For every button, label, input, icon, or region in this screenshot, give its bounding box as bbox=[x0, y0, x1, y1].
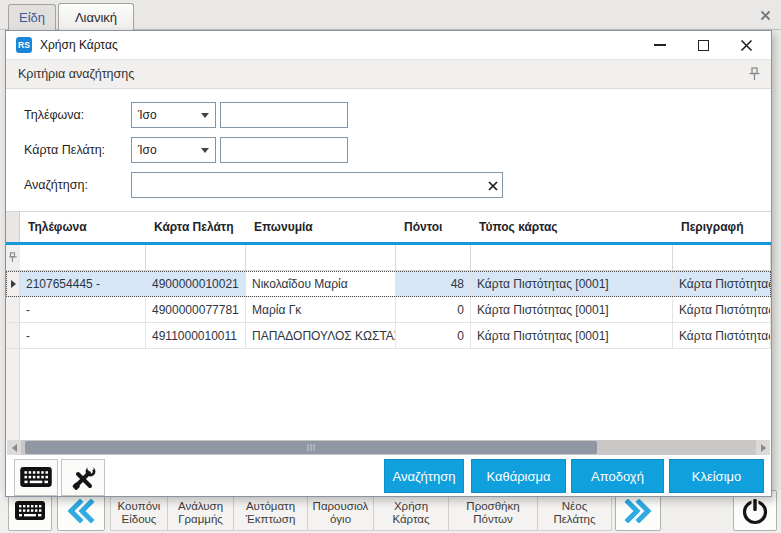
filter-cell-name[interactable] bbox=[246, 245, 396, 271]
scrollbar-grip bbox=[308, 444, 315, 451]
criteria-panel-header: Κριτήρια αναζήτησης bbox=[6, 59, 771, 89]
toolbar-item-label: Ανάλυση bbox=[178, 500, 223, 513]
dialog-keyboard-button[interactable] bbox=[14, 459, 58, 496]
chevron-down-icon bbox=[201, 113, 209, 118]
phones-operator-select[interactable]: Ίσο bbox=[131, 102, 216, 128]
grid-header-row: Τηλέφωνα Κάρτα Πελάτη Επωνυμία Πόντοι Τύ… bbox=[20, 212, 771, 242]
phones-label: Τηλέφωνα: bbox=[24, 102, 84, 128]
table-row[interactable]: 2107654445 - 4900000010021 Νικολαΐδου Μα… bbox=[6, 271, 771, 297]
triangle-left-icon bbox=[12, 444, 17, 452]
triangle-right-icon bbox=[761, 444, 766, 452]
toolbar-item-label: Πελάτης bbox=[553, 513, 595, 526]
filter-cell-customer-card[interactable] bbox=[146, 245, 246, 271]
table-row[interactable]: - 4900000077781 Μαρία Γκ 0 Κάρτα Πιστότη… bbox=[6, 297, 771, 323]
toolbar-item-label: Είδους bbox=[122, 513, 157, 526]
cell-points[interactable]: 0 bbox=[396, 297, 471, 323]
phones-input[interactable] bbox=[220, 102, 348, 128]
cell-customer-card[interactable]: 4900000077781 bbox=[146, 297, 246, 323]
tab-label: Λιανική bbox=[75, 10, 117, 25]
results-grid: Τηλέφωνα Κάρτα Πελάτη Επωνυμία Πόντοι Τύ… bbox=[6, 211, 771, 439]
top-tab-strip: Είδη Λιανική bbox=[0, 0, 781, 30]
cell-customer-card[interactable]: 4911000010011 bbox=[146, 323, 246, 349]
minimize-button[interactable] bbox=[643, 34, 677, 56]
filter-cell-card-type[interactable] bbox=[471, 245, 673, 271]
double-chevron-right-icon bbox=[623, 499, 653, 523]
cell-name[interactable]: ΠΑΠΑΔΟΠΟΥΛΟΣ ΚΩΣΤΑΣ bbox=[246, 323, 396, 349]
toolbar-item-label: Γραμμής bbox=[178, 513, 223, 526]
double-chevron-left-icon bbox=[66, 499, 96, 523]
cell-description[interactable]: Κάρτα Πιστότητας bbox=[673, 297, 771, 323]
power-icon bbox=[740, 496, 770, 526]
maximize-icon bbox=[698, 40, 709, 51]
application-window: Είδη Λιανική Κουπόνι Είδους Ανάλυση Γραμ… bbox=[0, 0, 781, 533]
column-header-phones[interactable]: Τηλέφωνα bbox=[20, 212, 146, 242]
horizontal-scrollbar[interactable] bbox=[7, 440, 770, 455]
cell-name[interactable]: Νικολαΐδου Μαρία bbox=[246, 271, 396, 297]
toolbar-item-label: όγιο bbox=[330, 513, 351, 526]
cell-phones[interactable]: - bbox=[20, 323, 146, 349]
column-header-card-type[interactable]: Τύπος κάρτας bbox=[471, 212, 673, 242]
row-indicator bbox=[6, 297, 20, 323]
cell-name[interactable]: Μαρία Γκ bbox=[246, 297, 396, 323]
keyboard-icon bbox=[20, 467, 52, 488]
row-arrow-icon bbox=[11, 280, 16, 288]
criteria-header-label: Κριτήρια αναζήτησης bbox=[18, 67, 134, 81]
column-header-description[interactable]: Περιγραφή bbox=[673, 212, 771, 242]
dialog-settings-button[interactable] bbox=[61, 459, 105, 496]
cell-card-type[interactable]: Κάρτα Πιστότητας [0001] bbox=[471, 323, 673, 349]
tab-eidi[interactable]: Είδη bbox=[8, 4, 56, 30]
close-icon bbox=[740, 39, 753, 52]
scrollbar-thumb[interactable] bbox=[25, 441, 597, 454]
chevron-down-icon bbox=[201, 148, 209, 153]
search-button[interactable]: Αναζήτηση bbox=[384, 459, 464, 493]
toolbar-item-label: Έκπτωση bbox=[246, 513, 296, 526]
filter-cell-description[interactable] bbox=[673, 245, 771, 271]
cell-phones[interactable]: - bbox=[20, 297, 146, 323]
cell-points[interactable]: 48 bbox=[396, 271, 471, 297]
app-rs-icon: RS bbox=[16, 37, 32, 53]
tab-lianiki[interactable]: Λιανική bbox=[58, 3, 134, 30]
row-indicator bbox=[6, 323, 20, 349]
maximize-button[interactable] bbox=[686, 34, 720, 56]
customer-card-label: Κάρτα Πελάτη: bbox=[24, 137, 105, 163]
column-header-customer-card[interactable]: Κάρτα Πελάτη bbox=[146, 212, 246, 242]
cell-points[interactable]: 0 bbox=[396, 323, 471, 349]
card-usage-dialog: RS Χρήση Κάρτας Κριτήρια αναζήτησης Τηλέ… bbox=[5, 30, 772, 497]
cell-description[interactable]: Κάρτα Πιστότητας bbox=[673, 271, 771, 297]
toolbar-item-label: Αυτόματη bbox=[246, 500, 295, 513]
toolbar-item-label: Παρουσιολ bbox=[313, 500, 369, 513]
close-dialog-button[interactable]: Κλείσιμο bbox=[669, 459, 764, 493]
clear-button[interactable]: Καθάρισμα bbox=[471, 459, 566, 493]
customer-card-input[interactable] bbox=[220, 137, 348, 163]
keyboard-icon bbox=[15, 501, 45, 521]
phones-operator-value: Ίσο bbox=[138, 108, 157, 122]
cell-customer-card[interactable]: 4900000010021 bbox=[146, 271, 246, 297]
search-input[interactable] bbox=[131, 172, 503, 198]
tab-label: Είδη bbox=[19, 10, 45, 25]
filter-cell-points[interactable] bbox=[396, 245, 471, 271]
grid-corner-cell bbox=[6, 212, 20, 242]
cell-phones[interactable]: 2107654445 - bbox=[20, 271, 146, 297]
scroll-right-arrow[interactable] bbox=[756, 440, 770, 455]
customer-card-operator-value: Ίσο bbox=[138, 143, 157, 157]
accept-button[interactable]: Αποδοχή bbox=[571, 459, 664, 493]
toolbar-item-label: Νέος bbox=[562, 500, 587, 513]
customer-card-operator-select[interactable]: Ίσο bbox=[131, 137, 216, 163]
close-button-label: Κλείσιμο bbox=[692, 469, 742, 484]
search-clear-button[interactable] bbox=[484, 177, 502, 195]
column-header-name[interactable]: Επωνυμία bbox=[246, 212, 396, 242]
tabstrip-close-icon[interactable] bbox=[757, 7, 773, 23]
filter-row-marker bbox=[6, 245, 20, 271]
filter-cell-phones[interactable] bbox=[20, 245, 146, 271]
search-button-label: Αναζήτηση bbox=[393, 469, 456, 484]
pin-button[interactable] bbox=[746, 66, 762, 82]
column-header-points[interactable]: Πόντοι bbox=[396, 212, 471, 242]
close-button[interactable] bbox=[729, 34, 763, 56]
table-row[interactable]: - 4911000010011 ΠΑΠΑΔΟΠΟΥΛΟΣ ΚΩΣΤΑΣ 0 Κά… bbox=[6, 323, 771, 349]
cell-card-type[interactable]: Κάρτα Πιστότητας [0001] bbox=[471, 271, 673, 297]
pin-icon bbox=[748, 67, 761, 82]
tools-icon bbox=[70, 465, 96, 491]
cell-card-type[interactable]: Κάρτα Πιστότητας [0001] bbox=[471, 297, 673, 323]
scroll-left-arrow[interactable] bbox=[7, 440, 21, 455]
cell-description[interactable]: Κάρτα Πιστότητας bbox=[673, 323, 771, 349]
